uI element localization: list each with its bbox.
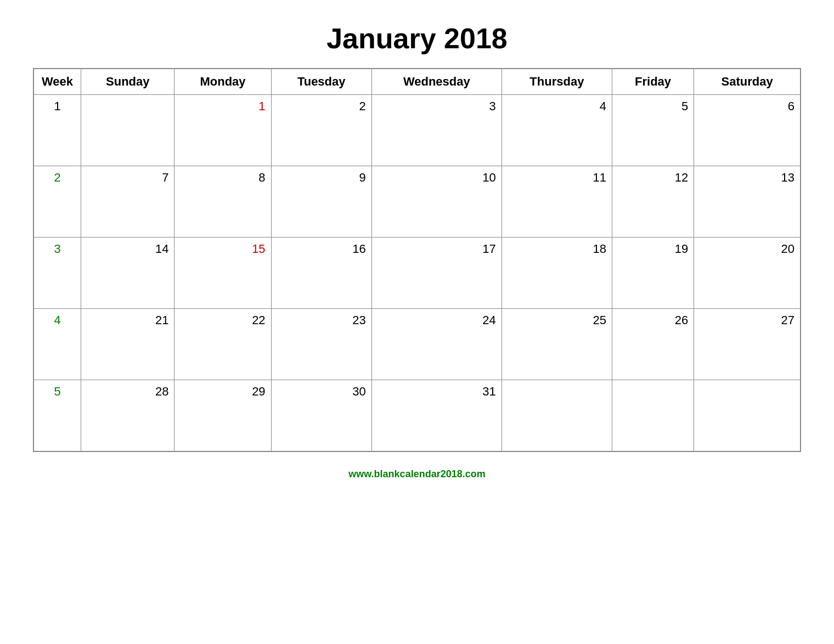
day-cell: 3	[371, 95, 501, 166]
day-number: 16	[277, 242, 366, 256]
week-label: 1	[54, 99, 60, 113]
day-cell: 25	[501, 309, 612, 380]
day-cell: 9	[271, 166, 371, 238]
day-number: 13	[700, 171, 794, 185]
day-number: 11	[508, 171, 606, 185]
day-cell: 11	[501, 166, 612, 238]
day-number: 30	[277, 385, 366, 399]
day-cell	[81, 95, 174, 166]
day-cell	[501, 380, 612, 451]
col-header-monday: Monday	[174, 69, 271, 95]
day-cell: 30	[271, 380, 371, 451]
day-cell: 18	[501, 238, 612, 309]
calendar-row-week-1: 1123456	[33, 95, 801, 166]
day-cell: 17	[371, 238, 501, 309]
day-cell: 15	[174, 238, 271, 309]
footer-url: www.blankcalendar2018.com	[348, 468, 485, 479]
day-cell: 12	[612, 166, 694, 238]
day-number: 18	[508, 242, 606, 256]
day-number: 8	[180, 171, 265, 185]
week-label: 5	[54, 385, 60, 398]
day-cell: 8	[174, 166, 271, 238]
day-cell: 10	[371, 166, 501, 238]
day-number: 31	[377, 385, 496, 399]
col-header-tuesday: Tuesday	[271, 69, 371, 95]
day-number: 24	[377, 313, 496, 327]
col-header-saturday: Saturday	[694, 69, 801, 95]
day-cell	[612, 380, 694, 451]
footer: www.blankcalendar2018.com	[348, 468, 485, 480]
week-label: 3	[54, 242, 60, 256]
day-number: 2	[277, 99, 366, 114]
week-number-4: 4	[33, 309, 81, 380]
day-cell: 6	[694, 95, 801, 166]
day-cell: 28	[81, 380, 174, 451]
day-cell: 5	[612, 95, 694, 166]
day-number: 6	[700, 99, 794, 114]
col-header-friday: Friday	[612, 69, 694, 95]
day-number: 25	[508, 313, 606, 327]
calendar-table: WeekSundayMondayTuesdayWednesdayThursday…	[33, 68, 801, 452]
calendar-row-week-3: 314151617181920	[33, 238, 801, 309]
day-cell: 7	[81, 166, 174, 238]
col-header-week: Week	[33, 69, 81, 95]
week-label: 4	[54, 313, 60, 327]
day-number: 15	[180, 242, 265, 256]
day-number: 1	[180, 99, 265, 114]
day-number: 4	[508, 99, 606, 114]
page-title: January 2018	[326, 22, 508, 55]
day-number: 23	[277, 313, 366, 327]
calendar-row-week-4: 421222324252627	[33, 309, 801, 380]
day-cell: 20	[694, 238, 801, 309]
day-cell: 23	[271, 309, 371, 380]
day-cell: 1	[174, 95, 271, 166]
day-number: 29	[180, 385, 265, 399]
day-number: 26	[618, 313, 688, 327]
day-number: 9	[277, 171, 366, 185]
col-header-thursday: Thursday	[501, 69, 612, 95]
day-number: 3	[377, 99, 496, 114]
day-cell: 24	[371, 309, 501, 380]
week-number-3: 3	[33, 238, 81, 309]
col-header-wednesday: Wednesday	[371, 69, 501, 95]
day-number: 22	[180, 313, 265, 327]
day-number: 17	[377, 242, 496, 256]
day-cell: 31	[371, 380, 501, 451]
day-number: 27	[700, 313, 794, 327]
day-cell: 16	[271, 238, 371, 309]
week-number-1: 1	[33, 95, 81, 166]
day-cell: 2	[271, 95, 371, 166]
day-cell: 4	[501, 95, 612, 166]
day-number: 21	[87, 313, 168, 327]
day-cell: 13	[694, 166, 801, 238]
day-number: 12	[618, 171, 688, 185]
day-number: 7	[87, 171, 168, 185]
calendar-row-week-5: 528293031	[33, 380, 801, 451]
day-number: 14	[87, 242, 168, 256]
col-header-sunday: Sunday	[81, 69, 174, 95]
day-number: 28	[87, 385, 168, 399]
day-cell	[694, 380, 801, 451]
day-number: 19	[618, 242, 688, 256]
day-cell: 27	[694, 309, 801, 380]
week-label: 2	[54, 171, 60, 184]
day-cell: 26	[612, 309, 694, 380]
week-number-5: 5	[33, 380, 81, 451]
day-number: 5	[618, 99, 688, 114]
day-number: 20	[700, 242, 794, 256]
day-cell: 29	[174, 380, 271, 451]
day-number: 10	[377, 171, 496, 185]
day-cell: 14	[81, 238, 174, 309]
day-cell: 19	[612, 238, 694, 309]
week-number-2: 2	[33, 166, 81, 238]
day-cell: 22	[174, 309, 271, 380]
calendar-row-week-2: 278910111213	[33, 166, 801, 238]
day-cell: 21	[81, 309, 174, 380]
